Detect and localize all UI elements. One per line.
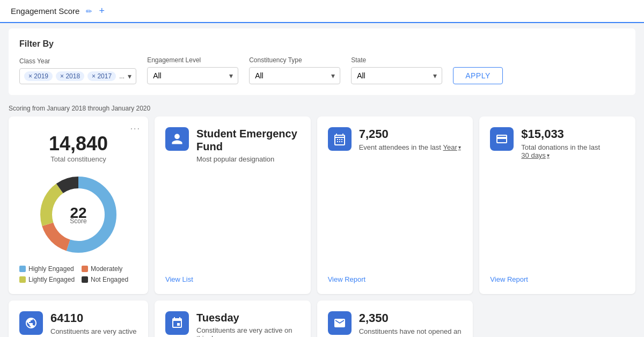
highly-engaged-label: Highly Engaged (28, 265, 74, 273)
add-tab-icon[interactable]: + (99, 5, 105, 17)
donut-chart: 22 Score (19, 172, 137, 258)
state-select-wrapper: All ▾ (351, 67, 442, 84)
state-filter: State All ▾ (351, 56, 442, 84)
card6-inner: 2,350 Constituents have not opened an em… (328, 311, 463, 337)
constituency-select[interactable]: All (249, 67, 340, 84)
donation-icon-box (490, 127, 514, 151)
card1-content: Student Emergency Fund Most popular desi… (196, 127, 300, 163)
apply-button[interactable]: APPLY (453, 67, 503, 84)
dashboard: ··· 14,840 Total constituency 22 Score (0, 116, 644, 337)
card6-content: 2,350 Constituents have not opened an em… (359, 311, 463, 337)
total-number: 14,840 (19, 133, 137, 155)
calendar-icon-box (165, 311, 189, 335)
card2-view-report-link[interactable]: View Report (328, 275, 463, 283)
card1-view-list-link[interactable]: View List (165, 275, 300, 283)
card5-content: Tuesday Constituents are very active on … (196, 311, 300, 337)
card4-number: 64110 (50, 311, 137, 325)
person-icon-box (165, 127, 189, 151)
card3-desc: Total donations in the last 30 days ▾ (521, 143, 625, 159)
card4-content: 64110 Constituents are very active in th… (50, 311, 137, 337)
student-emergency-fund-card: Student Emergency Fund Most popular desi… (155, 116, 311, 294)
scoring-label: Scoring from January 2018 through Januar… (0, 100, 644, 116)
not-engaged-label: Not Engaged (91, 276, 128, 283)
moderately-label: Moderately (91, 265, 122, 273)
card3-inner: $15,033 Total donations in the last 30 d… (490, 127, 625, 159)
email-icon-box (328, 311, 352, 335)
filter-title: Filter By (19, 39, 625, 49)
constituency-label: Constituency Type (249, 56, 340, 64)
card2-desc: Event attendees in the last Year ▾ (359, 143, 463, 151)
state-label: State (351, 56, 442, 64)
class-year-filter: Class Year × 2019 × 2018 × 2017 ... ▾ (19, 57, 136, 84)
lightly-engaged-dot (19, 276, 26, 283)
legend: Highly Engaged Moderately Lightly Engage… (19, 265, 137, 283)
highly-engaged-dot (19, 266, 26, 272)
card2-content: 7,250 Event attendees in the last Year ▾ (359, 127, 463, 151)
legend-highly-engaged: Highly Engaged (19, 265, 75, 273)
card3-view-report-link[interactable]: View Report (490, 275, 625, 283)
engagement-select[interactable]: All (147, 67, 238, 84)
zipcode-card: 64110 Constituents are very active in th… (9, 301, 148, 337)
stat-card: ··· 14,840 Total constituency 22 Score (9, 116, 148, 294)
lightly-engaged-label: Lightly Engaged (28, 276, 75, 283)
globe-icon-box (19, 311, 43, 335)
tag-2017[interactable]: × 2017 (87, 71, 116, 81)
card5-title: Tuesday (196, 311, 300, 324)
card6-number: 2,350 (359, 311, 463, 325)
card1-desc: Most popular designation (196, 155, 300, 163)
legend-not-engaged: Not Engaged (82, 276, 137, 283)
card5-inner: Tuesday Constituents are very active on … (165, 311, 300, 337)
constituency-type-filter: Constituency Type All ▾ (249, 56, 340, 84)
card5-desc: Constituents are very active on this day (196, 326, 300, 337)
days-dropdown[interactable]: 30 days ▾ (521, 151, 550, 159)
card3-number: $15,033 (521, 127, 625, 141)
class-year-label: Class Year (19, 57, 136, 65)
svg-text:Score: Score (70, 217, 87, 225)
engagement-level-filter: Engagement Level All ▾ (147, 56, 238, 84)
card2-number: 7,250 (359, 127, 463, 141)
card2-inner: 7,250 Event attendees in the last Year ▾ (328, 127, 463, 151)
card4-desc: Constituents are very active in this zip… (50, 327, 137, 337)
top-bar: Engagement Score ✏ + (0, 0, 644, 23)
event-attendees-card: 7,250 Event attendees in the last Year ▾… (317, 116, 473, 294)
not-engaged-dot (82, 276, 88, 283)
legend-moderately: Moderately (82, 265, 137, 273)
email-card: 2,350 Constituents have not opened an em… (317, 301, 473, 337)
donations-card: $15,033 Total donations in the last 30 d… (479, 116, 635, 294)
tag-2018[interactable]: × 2018 (56, 71, 84, 81)
tag-2019[interactable]: × 2019 (24, 71, 53, 81)
tuesday-card: Tuesday Constituents are very active on … (155, 301, 311, 337)
year-dropdown[interactable]: Year ▾ (443, 143, 460, 151)
state-select[interactable]: All (351, 67, 442, 84)
engagement-label: Engagement Level (147, 56, 238, 64)
filter-section: Filter By Class Year × 2019 × 2018 × 201… (9, 28, 635, 95)
engagement-select-wrapper: All ▾ (147, 67, 238, 84)
card4-inner: 64110 Constituents are very active in th… (19, 311, 137, 337)
filter-row: Class Year × 2019 × 2018 × 2017 ... ▾ En… (19, 56, 625, 84)
tag-more[interactable]: ... (119, 72, 125, 80)
edit-icon[interactable]: ✏ (86, 7, 92, 16)
constituency-select-wrapper: All ▾ (249, 67, 340, 84)
legend-lightly-engaged: Lightly Engaged (19, 276, 75, 283)
stat-menu-icon[interactable]: ··· (130, 124, 141, 134)
card1-title: Student Emergency Fund (196, 127, 300, 153)
card6-desc: Constituents have not opened an email in… (359, 327, 463, 337)
tab-title: Engagement Score (11, 6, 79, 16)
total-label: Total constituency (19, 155, 137, 163)
card3-content: $15,033 Total donations in the last 30 d… (521, 127, 625, 159)
class-year-chevron[interactable]: ▾ (128, 72, 131, 80)
card1-inner: Student Emergency Fund Most popular desi… (165, 127, 300, 163)
event-icon-box (328, 127, 352, 151)
moderately-dot (82, 266, 88, 272)
class-year-input[interactable]: × 2019 × 2018 × 2017 ... ▾ (19, 68, 136, 84)
